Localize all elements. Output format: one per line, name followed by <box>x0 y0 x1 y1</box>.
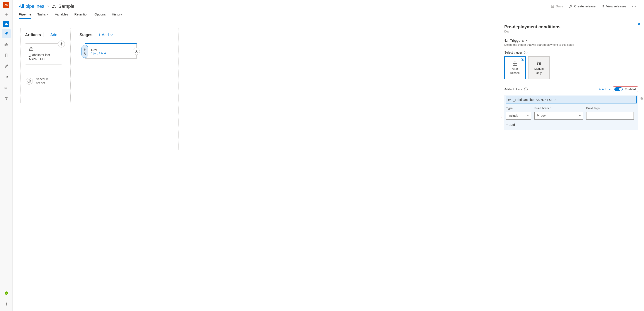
create-release-button[interactable]: Create release <box>568 3 597 9</box>
svg-point-22 <box>136 50 137 52</box>
callout-arrow-icon: → <box>498 115 502 120</box>
save-button: Save <box>550 3 564 9</box>
svg-point-28 <box>537 116 538 117</box>
svg-point-23 <box>506 41 508 42</box>
trigger-after-release[interactable]: After release <box>504 56 526 79</box>
rocket-icon[interactable] <box>2 62 11 70</box>
panel-subtitle: Dev <box>504 30 638 33</box>
svg-rect-1 <box>6 23 7 25</box>
stages-title: Stages <box>80 33 92 37</box>
trigger-manual-only[interactable]: Manual only <box>528 56 550 79</box>
clock-icon <box>25 77 33 85</box>
save-icon <box>551 4 554 8</box>
factory-icon <box>508 98 512 101</box>
tabs: Pipeline Tasks Variables Retention Optio… <box>13 10 644 19</box>
left-rail: AS <box>0 0 13 311</box>
svg-rect-16 <box>552 6 554 8</box>
filter-block: _FabrikamFiber-ASP.NET-CI Type Include <box>504 95 638 130</box>
col-branch-label: Build branch <box>534 106 583 110</box>
delete-filter-icon[interactable] <box>640 97 643 101</box>
svg-point-9 <box>6 98 6 98</box>
cd-trigger-badge[interactable] <box>58 40 65 47</box>
stage-tasks-link[interactable]: 1 job, 1 task <box>91 52 134 55</box>
task-groups-icon[interactable] <box>2 84 11 92</box>
pipelines-icon[interactable] <box>2 29 11 38</box>
breadcrumb-root[interactable]: All pipelines <box>19 3 44 9</box>
svg-point-27 <box>537 114 538 115</box>
shield-icon[interactable] <box>2 289 11 298</box>
artifact-card[interactable]: _FabrikamFiber-ASP.NET-CI <box>25 43 62 64</box>
lightning-icon <box>60 42 63 46</box>
add-stage-button[interactable]: Add <box>98 33 113 37</box>
library-icon[interactable] <box>2 73 11 81</box>
col-tags-label: Build tags <box>586 106 634 110</box>
artifact-name: _FabrikamFiber-ASP.NET-CI <box>29 53 59 61</box>
factory-icon <box>29 47 59 52</box>
chevron-down-icon <box>579 115 581 117</box>
tags-input[interactable] <box>586 112 634 120</box>
boards-icon[interactable] <box>3 21 9 27</box>
svg-rect-24 <box>513 63 517 65</box>
branch-icon <box>537 114 540 117</box>
add-filter-button[interactable]: Add <box>598 87 611 91</box>
add-filter-row-button[interactable]: Add <box>506 123 636 127</box>
stage-name: Dev <box>91 48 134 52</box>
stages-section: Stages Add <box>75 28 179 150</box>
schedule-row[interactable]: Schedule not set <box>25 77 66 85</box>
triggers-header[interactable]: Triggers <box>504 39 638 43</box>
filters-enabled-toggle-highlight: Enabled <box>613 86 638 92</box>
svg-point-12 <box>54 7 54 8</box>
chevron-right-icon: › <box>47 4 48 8</box>
chevron-up-icon <box>554 99 556 101</box>
panel-title: Pre-deployment conditions <box>504 24 638 29</box>
tab-history[interactable]: History <box>112 12 122 19</box>
pre-deployment-button[interactable] <box>82 45 88 58</box>
lightning-gear-icon <box>504 39 508 42</box>
list-icon <box>601 5 605 8</box>
add-artifact-button[interactable]: Add <box>46 33 57 37</box>
person-icon <box>135 50 138 53</box>
svg-rect-0 <box>5 23 6 25</box>
svg-rect-6 <box>5 87 8 89</box>
settings-icon[interactable] <box>2 300 11 309</box>
tab-options[interactable]: Options <box>94 12 106 19</box>
tab-variables[interactable]: Variables <box>55 12 68 19</box>
info-icon[interactable]: i <box>524 87 528 91</box>
stage-card-dev[interactable]: Dev 1 job, 1 task <box>85 43 137 59</box>
close-icon[interactable]: ✕ <box>637 21 641 26</box>
tab-retention[interactable]: Retention <box>74 12 88 19</box>
svg-point-5 <box>6 65 7 66</box>
environments-icon[interactable] <box>2 40 11 49</box>
svg-point-13 <box>55 7 56 8</box>
svg-point-7 <box>5 98 6 98</box>
factory-icon <box>512 61 518 66</box>
filters-enabled-toggle[interactable] <box>614 87 623 91</box>
releases-icon[interactable] <box>2 51 11 60</box>
branch-select[interactable]: dev <box>534 112 583 120</box>
chevron-down-icon <box>609 88 611 90</box>
tab-tasks[interactable]: Tasks <box>38 12 49 19</box>
org-avatar[interactable]: AS <box>3 2 9 8</box>
svg-point-25 <box>540 62 541 64</box>
callout-arrow-icon: → <box>498 96 502 101</box>
col-type-label: Type <box>506 106 531 110</box>
deployment-groups-icon[interactable] <box>2 94 11 103</box>
tab-pipeline[interactable]: Pipeline <box>19 12 32 19</box>
deploy-icon <box>52 4 56 8</box>
pre-deployment-panel: ✕ Pre-deployment conditions Dev Triggers… <box>498 19 644 311</box>
chevron-down-icon <box>110 34 113 36</box>
type-select[interactable]: Include <box>506 112 531 120</box>
more-button[interactable]: ··· <box>631 3 638 9</box>
lightning-person-icon <box>536 61 542 66</box>
svg-point-10 <box>6 304 7 305</box>
chevron-down-icon <box>47 13 49 15</box>
post-deployment-button[interactable] <box>133 48 140 55</box>
svg-rect-2 <box>7 24 8 25</box>
filter-artifact-header[interactable]: _FabrikamFiber-ASP.NET-CI <box>506 96 636 103</box>
new-item-icon[interactable] <box>2 10 11 19</box>
chevron-up-icon <box>526 39 528 42</box>
select-trigger-label: Select trigger i <box>504 51 638 54</box>
info-icon[interactable]: i <box>524 51 528 54</box>
view-releases-button[interactable]: View releases <box>600 3 628 9</box>
triggers-description: Define the trigger that will start deplo… <box>504 43 638 46</box>
